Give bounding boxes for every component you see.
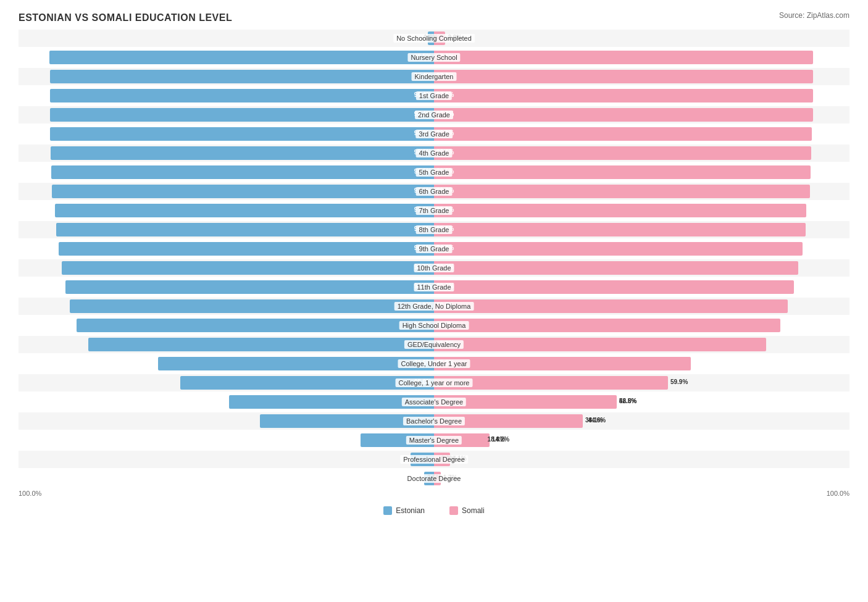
table-row: 3rd Grade98.3%96.8% xyxy=(19,125,849,143)
estonian-bar xyxy=(88,338,435,351)
somali-bar xyxy=(434,70,813,83)
row-label: Professional Degree xyxy=(400,455,468,464)
legend-somali: Somali xyxy=(449,506,485,515)
legend-estonian: Estonian xyxy=(383,506,425,515)
row-label: High School Diploma xyxy=(399,321,469,330)
table-row: 4th Grade98.1%96.6% xyxy=(19,144,849,162)
estonian-bar xyxy=(51,146,434,160)
axis-labels: 100.0% 100.0% xyxy=(19,490,849,497)
somali-label: Somali xyxy=(462,506,485,515)
row-label: Associate's Degree xyxy=(402,398,466,406)
somali-bar xyxy=(434,108,813,122)
estonian-bar xyxy=(62,261,434,275)
somali-bar xyxy=(434,261,798,275)
somali-bar xyxy=(434,223,806,236)
chart-title: ESTONIAN VS SOMALI EDUCATION LEVEL xyxy=(19,12,849,23)
row-label: 2nd Grade xyxy=(415,111,453,119)
somali-bar xyxy=(434,185,810,198)
table-row: 11th Grade94.4%92.1% xyxy=(19,278,849,296)
row-label: College, Under 1 year xyxy=(398,359,470,368)
row-label: 11th Grade xyxy=(414,283,454,291)
estonian-bar xyxy=(50,127,434,141)
somali-swatch xyxy=(449,506,458,515)
table-row: Bachelor's Degree44.6%38.1% xyxy=(19,412,849,430)
row-label: 4th Grade xyxy=(416,149,453,157)
somali-bar xyxy=(434,357,691,370)
row-label: 5th Grade xyxy=(416,168,453,177)
row-label: Master's Degree xyxy=(406,436,462,445)
row-label: 1st Grade xyxy=(416,91,452,100)
right-pct: 46.8% xyxy=(619,398,636,404)
estonian-bar xyxy=(65,280,434,294)
table-row: Doctorate Degree2.5%1.7% xyxy=(19,470,849,487)
estonian-bar xyxy=(49,51,434,64)
legend: Estonian Somali xyxy=(19,506,849,515)
estonian-bar xyxy=(55,204,434,217)
somali-bar xyxy=(434,127,812,141)
table-row: 8th Grade96.8%95.1% xyxy=(19,221,849,238)
row-label: Doctorate Degree xyxy=(404,474,464,483)
somali-bar xyxy=(434,242,803,256)
row-label: 7th Grade xyxy=(416,206,453,215)
table-row: Professional Degree6.0%4.1% xyxy=(19,451,849,468)
row-label: 8th Grade xyxy=(416,225,453,234)
table-row: No Schooling Completed1.6%2.9% xyxy=(19,30,849,47)
row-label: 10th Grade xyxy=(414,264,454,272)
table-row: 7th Grade97.0%95.3% xyxy=(19,202,849,219)
somali-bar xyxy=(434,299,788,313)
table-row: 9th Grade96.1%94.3% xyxy=(19,240,849,257)
somali-bar xyxy=(434,51,813,64)
estonian-bar xyxy=(51,165,434,179)
table-row: 6th Grade97.8%96.2% xyxy=(19,183,849,200)
estonian-bar xyxy=(50,70,434,83)
right-pct: 59.9% xyxy=(670,378,688,385)
table-row: 12th Grade, No Diploma93.2%90.6% xyxy=(19,298,849,315)
estonian-bar xyxy=(59,242,434,256)
estonian-bar xyxy=(50,108,434,122)
right-pct: 14.2% xyxy=(492,436,509,443)
row-label: Nursery School xyxy=(407,53,460,62)
row-label: Kindergarten xyxy=(412,72,457,81)
row-label: 9th Grade xyxy=(416,245,453,253)
source-label: Source: ZipAtlas.com xyxy=(779,11,849,20)
estonian-swatch xyxy=(383,506,392,515)
estonian-bar xyxy=(56,223,434,236)
right-pct: 38.1% xyxy=(585,417,603,424)
somali-bar xyxy=(434,89,813,102)
row-label: Bachelor's Degree xyxy=(403,417,465,425)
table-row: GED/Equivalency88.6%85.0% xyxy=(19,336,849,353)
table-row: Associate's Degree52.5%46.8% xyxy=(19,393,849,411)
estonian-bar xyxy=(52,185,434,198)
somali-bar xyxy=(434,204,806,217)
table-row: High School Diploma91.6%88.6% xyxy=(19,317,849,334)
table-row: Master's Degree18.8%14.2% xyxy=(19,432,849,449)
estonian-label: Estonian xyxy=(396,506,425,515)
table-row: 5th Grade98.0%96.5% xyxy=(19,164,849,181)
somali-bar xyxy=(434,319,780,332)
bars-wrapper: No Schooling Completed1.6%2.9%Nursery Sc… xyxy=(19,30,849,487)
table-row: 10th Grade95.3%93.2% xyxy=(19,259,849,277)
table-row: Kindergarten98.4%97.0% xyxy=(19,68,849,85)
row-label: 6th Grade xyxy=(416,187,453,196)
somali-bar xyxy=(434,165,811,179)
estonian-bar xyxy=(70,299,434,313)
table-row: College, Under 1 year70.6%65.8% xyxy=(19,355,849,372)
row-label: GED/Equivalency xyxy=(404,340,464,349)
table-row: Nursery School98.5%97.1% xyxy=(19,49,849,66)
estonian-bar xyxy=(77,319,434,332)
axis-left: 100.0% xyxy=(19,490,41,497)
row-label: College, 1 year or more xyxy=(396,378,473,387)
table-row: 1st Grade98.4%97.0% xyxy=(19,87,849,104)
somali-bar xyxy=(434,280,794,294)
row-label: No Schooling Completed xyxy=(393,34,475,43)
estonian-bar xyxy=(50,89,434,102)
table-row: 2nd Grade98.4%97.0% xyxy=(19,106,849,123)
estonian-bar xyxy=(158,357,434,370)
chart-container: ESTONIAN VS SOMALI EDUCATION LEVEL Sourc… xyxy=(0,0,868,552)
axis-right: 100.0% xyxy=(827,490,849,497)
somali-bar xyxy=(434,338,766,351)
table-row: College, 1 year or more65.0%59.9% xyxy=(19,374,849,391)
row-label: 12th Grade, No Diploma xyxy=(394,302,474,311)
somali-bar xyxy=(434,146,811,160)
row-label: 3rd Grade xyxy=(415,130,453,138)
